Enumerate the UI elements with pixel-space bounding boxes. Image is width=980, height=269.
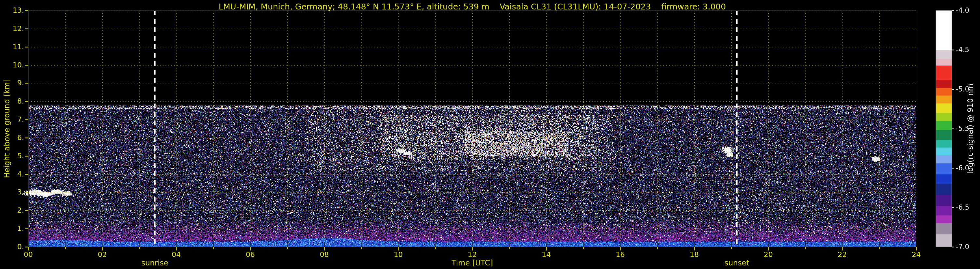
colorbar-tick-label: -4.0: [956, 7, 979, 14]
y-tick-label: 4.: [0, 170, 24, 178]
colorbar-tick-label: -7.0: [956, 243, 979, 250]
x-tick-label: 06: [235, 251, 265, 259]
x-tick-label: 04: [162, 251, 191, 259]
x-tick-label: 20: [754, 251, 783, 259]
y-tick-label: 5.: [0, 152, 24, 160]
sunrise-label: sunrise: [129, 259, 181, 267]
colorbar-tick-label: -6.0: [956, 165, 979, 171]
y-tick-label: 10.: [0, 61, 24, 69]
y-tick-label: 9.: [0, 79, 24, 87]
colorbar-tick-label: -5.0: [956, 86, 979, 93]
y-tick-label: 1.: [0, 224, 24, 233]
x-tick-label: 16: [606, 251, 635, 259]
x-tick-label: 00: [14, 251, 43, 259]
x-tick-label: 12: [458, 251, 487, 259]
page-title: LMU-MIM, Munich, Germany; 48.148° N 11.5…: [28, 2, 916, 11]
x-tick-label: 10: [383, 251, 413, 259]
y-axis-label-text: Height above ground [km]: [3, 79, 11, 178]
colorbar-tick-label: -5.5: [956, 125, 979, 132]
x-axis-label: Time [UTC]: [407, 259, 537, 267]
y-tick-label: 2.: [0, 206, 24, 215]
x-tick-label: 08: [310, 251, 339, 259]
y-tick-label: 7.: [0, 115, 24, 124]
y-tick-label: 11.: [0, 43, 24, 51]
ceilometer-quicklook: LMU-MIM, Munich, Germany; 48.148° N 11.5…: [0, 0, 980, 269]
x-tick-label: 24: [902, 251, 931, 259]
y-tick-label: 3.: [0, 188, 24, 196]
ceilometer-plot-canvas: [0, 0, 980, 269]
y-tick-label: 8.: [0, 97, 24, 106]
colorbar-tick-label: -6.5: [956, 204, 979, 211]
x-tick-label: 14: [532, 251, 561, 259]
y-tick-label: 0.: [0, 243, 24, 251]
x-tick-label: 02: [88, 251, 117, 259]
y-tick-label: 6.: [0, 133, 24, 142]
x-tick-label: 22: [827, 251, 857, 259]
x-tick-label: 18: [680, 251, 709, 259]
sunset-label: sunset: [711, 259, 763, 267]
y-tick-label: 12.: [0, 24, 24, 33]
colorbar-tick-label: -4.5: [956, 46, 979, 53]
y-tick-label: 13.: [0, 6, 24, 14]
